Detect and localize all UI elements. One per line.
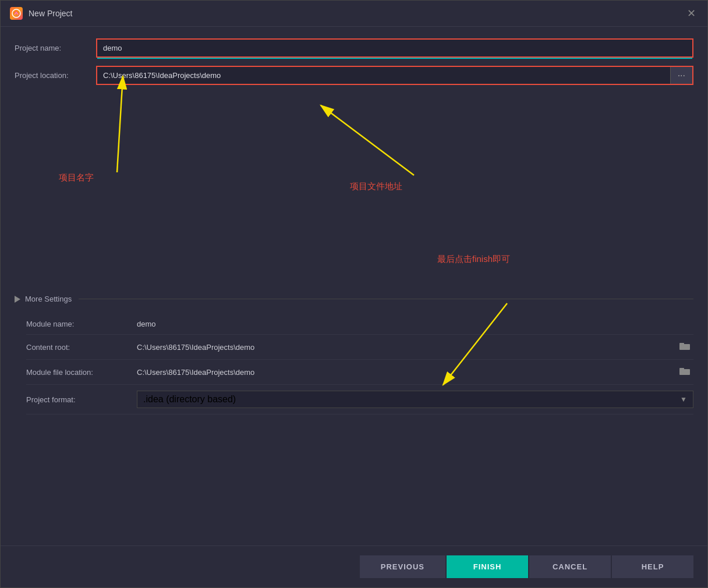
content-root-value: C:\Users\86175\IdeaProjects\demo xyxy=(137,343,676,352)
section-divider: More Settings xyxy=(15,295,693,303)
project-name-input[interactable] xyxy=(97,40,692,56)
dialog-footer: PREVIOUS FINISH CANCEL HELP xyxy=(1,546,707,587)
module-name-row: Module name: demo xyxy=(26,314,693,335)
svg-rect-10 xyxy=(679,368,684,370)
dialog-title: New Project xyxy=(29,9,72,18)
more-settings-section: More Settings Module name: demo Content … xyxy=(15,295,693,415)
dropdown-arrow-icon: ▼ xyxy=(680,395,687,403)
settings-form: Module name: demo Content root: C:\Users… xyxy=(26,314,693,415)
annotation-label-finish: 最后点击finish即可 xyxy=(437,254,510,265)
annotations-overlay: 项目名字 项目文件地址 最后点击finish即可 xyxy=(1,27,707,546)
location-browse-button[interactable]: ··· xyxy=(670,67,692,84)
project-name-row: Project name: xyxy=(15,38,693,58)
project-location-label: Project location: xyxy=(15,71,96,80)
project-name-label: Project name: xyxy=(15,44,96,52)
svg-line-4 xyxy=(117,76,123,172)
help-button[interactable]: HELP xyxy=(612,555,693,578)
content-root-label: Content root: xyxy=(26,343,137,352)
project-format-select[interactable]: .idea (directory based) ▼ xyxy=(137,391,693,408)
module-file-label: Module file location: xyxy=(26,368,137,377)
svg-rect-9 xyxy=(679,369,690,375)
new-project-dialog: New Project ✕ Project name: Project loca… xyxy=(0,0,708,588)
annotation-label-project-location: 项目文件地址 xyxy=(350,181,402,192)
project-name-input-wrapper xyxy=(96,38,693,58)
project-location-input-wrapper: ··· xyxy=(96,66,693,85)
project-format-row: Project format: .idea (directory based) … xyxy=(26,385,693,415)
more-settings-toggle[interactable]: More Settings xyxy=(15,295,72,303)
more-settings-label: More Settings xyxy=(25,295,72,303)
svg-rect-8 xyxy=(679,343,684,345)
module-file-browse-button[interactable] xyxy=(676,366,693,378)
project-format-label: Project format: xyxy=(26,395,137,404)
cancel-button[interactable]: CANCEL xyxy=(529,555,611,578)
app-icon xyxy=(10,7,23,20)
finish-button[interactable]: FINISH xyxy=(447,555,528,578)
annotation-arrows xyxy=(1,27,707,546)
svg-line-5 xyxy=(321,105,414,175)
svg-rect-7 xyxy=(679,344,690,350)
title-bar: New Project ✕ xyxy=(1,1,707,27)
title-bar-left: New Project xyxy=(10,7,72,20)
annotation-label-project-name: 项目名字 xyxy=(59,172,94,183)
module-file-value: C:\Users\86175\IdeaProjects\demo xyxy=(137,368,676,377)
section-divider-line xyxy=(79,299,693,299)
content-root-row: Content root: C:\Users\86175\IdeaProject… xyxy=(26,335,693,360)
previous-button[interactable]: PREVIOUS xyxy=(360,555,445,578)
module-name-label: Module name: xyxy=(26,320,137,328)
project-format-value: .idea (directory based) xyxy=(143,394,236,405)
content-root-browse-button[interactable] xyxy=(676,341,693,353)
module-name-value: demo xyxy=(137,320,693,328)
module-file-row: Module file location: C:\Users\86175\Ide… xyxy=(26,360,693,385)
toggle-triangle xyxy=(15,296,20,303)
project-location-input[interactable] xyxy=(97,67,670,84)
dialog-body: Project name: Project location: ··· xyxy=(1,27,707,546)
close-button[interactable]: ✕ xyxy=(684,6,698,20)
project-location-row: Project location: ··· xyxy=(15,66,693,85)
